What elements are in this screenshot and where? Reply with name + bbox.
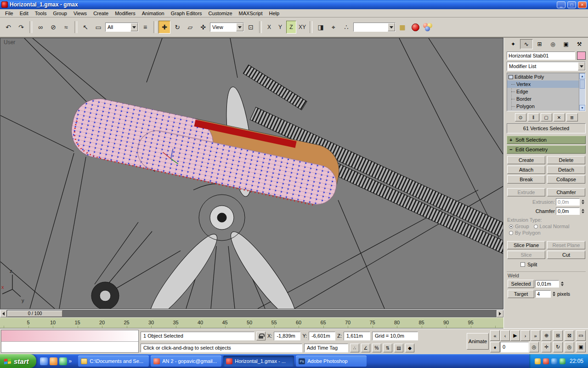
trackbar-right-arrow-button[interactable] (497, 310, 503, 317)
unlink-selection-icon[interactable]: ⊘ (47, 21, 59, 34)
viewport-label[interactable]: User (4, 39, 15, 46)
remove-modifier-icon[interactable]: ✕ (554, 113, 565, 121)
snap-toggle-icon[interactable]: ∴ (350, 344, 359, 352)
add-time-tag-field[interactable]: Add Time Tag (304, 344, 348, 352)
restore-button[interactable]: □ (567, 1, 576, 8)
menu-file[interactable]: File (2, 10, 17, 17)
create-tab-icon[interactable]: ✦ (507, 39, 520, 49)
percent-snap-icon[interactable]: % (372, 344, 381, 352)
min-max-toggle-icon[interactable]: ▣ (576, 342, 586, 352)
media-player-icon[interactable] (50, 357, 57, 365)
messenger-tray-icon[interactable] (543, 358, 549, 364)
spinner-arrows[interactable] (552, 292, 556, 296)
zoom-all-icon[interactable]: ⊞ (553, 330, 563, 341)
break-button[interactable]: Break (507, 175, 545, 184)
menu-customize[interactable]: Customize (205, 10, 236, 17)
spinner-arrows[interactable] (581, 209, 585, 213)
stabilizer-model[interactable] (67, 94, 344, 209)
safely-remove-tray-icon[interactable] (560, 358, 565, 364)
snap-toggle-icon[interactable]: ∴ (340, 21, 352, 34)
x-coord-field[interactable]: -1,839m (274, 332, 300, 340)
viewport-canvas[interactable]: z x y (0, 38, 503, 309)
animate-button[interactable]: Animate (467, 333, 489, 350)
split-checkbox[interactable] (520, 262, 525, 267)
group-radio[interactable] (509, 224, 513, 229)
cut-button[interactable]: Cut (547, 251, 585, 259)
weld-target-button[interactable]: Target (508, 290, 534, 298)
rectangular-selection-region-icon[interactable]: ▭ (92, 21, 104, 34)
chamfer-field[interactable]: 0,0m (556, 207, 580, 215)
task-mail[interactable]: AN 2 - gopavic@gmail... (151, 356, 221, 367)
arc-rotate-icon[interactable]: ↻ (553, 342, 563, 352)
use-pivot-center-icon[interactable]: ⊡ (245, 21, 257, 34)
time-configuration-icon[interactable]: ◎ (529, 342, 539, 352)
quick-launch-more-icon[interactable]: » (69, 358, 72, 364)
zoom-extents-icon[interactable]: ⊠ (565, 330, 574, 341)
show-desktop-icon[interactable] (40, 357, 48, 365)
key-mode-icon[interactable]: ◆ (405, 344, 414, 352)
scrollbar-thumb[interactable] (580, 80, 585, 89)
scroll-down-icon[interactable]: ▼ (579, 105, 585, 111)
reference-coordinate-dropdown[interactable]: View (210, 23, 244, 32)
select-and-scale-icon[interactable]: ▱ (184, 21, 196, 34)
material-editor-icon[interactable] (409, 21, 421, 34)
menu-tools[interactable]: Tools (32, 10, 50, 17)
stack-scrollbar[interactable]: ▲ ▼ (579, 73, 585, 111)
undo-icon[interactable]: ↶ (2, 21, 14, 34)
motion-tab-icon[interactable]: ◎ (547, 39, 560, 49)
next-frame-icon[interactable]: › (520, 330, 530, 341)
go-to-end-icon[interactable]: » (531, 330, 540, 341)
extrusion-field[interactable]: 0,0m (556, 198, 580, 206)
set-key-icon[interactable]: ♦ (490, 342, 500, 352)
menu-views[interactable]: Views (70, 10, 90, 17)
play-icon[interactable]: ▶ (510, 330, 520, 341)
time-ruler[interactable]: 5101520253035404550556065707580859095 (0, 317, 503, 328)
stack-item-editable-poly[interactable]: Editable Poly (507, 73, 579, 80)
menu-maxscript[interactable]: MAXScript (236, 10, 266, 17)
scroll-up-icon[interactable]: ▲ (579, 73, 585, 79)
close-button[interactable]: × (578, 1, 587, 8)
zoom-icon[interactable]: ⊕ (542, 330, 551, 341)
modify-tab-icon[interactable]: ∿ (520, 39, 533, 49)
named-selection-sets-dropdown[interactable] (353, 23, 396, 32)
task-photoshop[interactable]: Adobe Photoshop (296, 356, 367, 367)
listener-script-pane[interactable] (1, 342, 138, 353)
go-to-start-icon[interactable]: « (490, 330, 500, 341)
stack-item-polygon[interactable]: Polygon (507, 103, 579, 110)
slice-plane-button[interactable]: Slice Plane (507, 241, 545, 249)
restrict-xy-plane-button[interactable]: XY (297, 21, 307, 34)
angle-snap-icon[interactable]: ∠ (361, 344, 370, 352)
start-button[interactable]: start (0, 354, 36, 368)
selection-filter-dropdown[interactable]: All (105, 23, 138, 32)
weld-target-field[interactable]: 4 (535, 290, 551, 298)
attach-button[interactable]: Attach (507, 166, 545, 174)
by-polygon-radio[interactable] (509, 231, 513, 235)
menu-animation[interactable]: Animation (139, 10, 168, 17)
z-coord-field[interactable]: 1,611m (344, 332, 370, 340)
show-end-result-icon[interactable]: ‖ (528, 113, 539, 121)
schematic-view-icon[interactable]: ▦ (396, 21, 408, 34)
rollout-edit-geometry[interactable]: − Edit Geometry (507, 145, 586, 154)
weld-selected-button[interactable]: Selected (508, 280, 534, 288)
render-icon[interactable] (422, 21, 434, 34)
restrict-y-button[interactable]: Y (275, 21, 285, 34)
spinner-snap-icon[interactable]: ⇅ (383, 344, 392, 352)
object-name-field[interactable]: Horizontal Stab01 (507, 52, 575, 60)
hierarchy-tab-icon[interactable]: ⊞ (533, 39, 546, 49)
pin-stack-icon[interactable]: ⊙ (515, 113, 526, 121)
reset-plane-button[interactable]: Reset Plane (547, 241, 585, 249)
collapse-button[interactable]: Collapse (547, 175, 585, 184)
select-and-rotate-icon[interactable]: ↻ (171, 21, 183, 34)
viewport[interactable]: z x y User (0, 38, 503, 309)
task-gmax[interactable]: Horizontal_1.gmax - ... (223, 356, 294, 367)
trackbar-left-arrow-button[interactable] (0, 310, 7, 317)
menu-group[interactable]: Group (50, 10, 70, 17)
bind-to-spacewarp-icon[interactable]: ≈ (60, 21, 72, 34)
configure-modifier-sets-icon[interactable]: ≣ (566, 113, 578, 121)
restrict-z-button[interactable]: Z (286, 21, 296, 34)
key-filters-icon[interactable]: ▤ (394, 344, 403, 352)
spinner-arrows[interactable] (581, 200, 585, 204)
browser-icon[interactable] (59, 357, 67, 365)
antivirus-tray-icon[interactable] (535, 358, 541, 364)
local-normal-radio[interactable] (534, 224, 538, 229)
